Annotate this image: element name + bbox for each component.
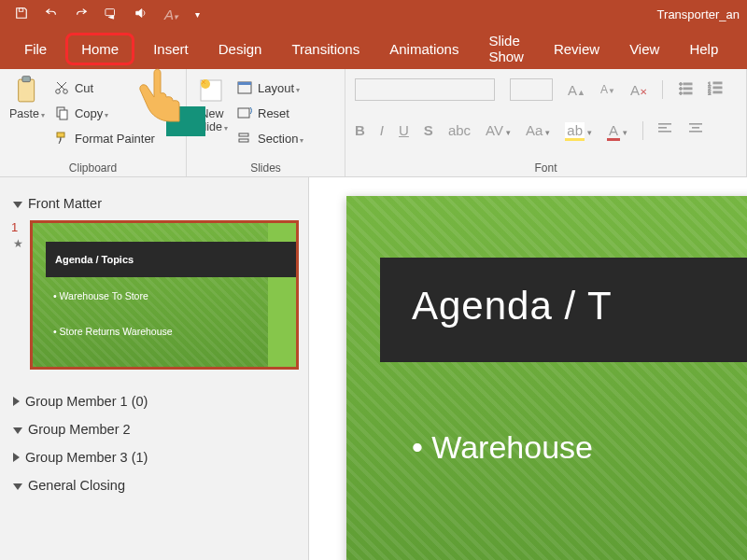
format-painter-button[interactable]: Format Painter [54, 127, 155, 149]
group-label-font: Font [355, 160, 737, 175]
thumb-title: Agenda / Topics [46, 242, 296, 277]
slide-thumbnail-row: 1 ★ Agenda / Topics • Warehouse To Store… [11, 220, 299, 370]
save-icon[interactable] [15, 7, 28, 22]
strikethrough-button[interactable]: abc [448, 122, 471, 138]
ribbon-tabs: File Home Insert Design Transitions Anim… [0, 28, 747, 69]
section-label: Front Matter [28, 196, 102, 211]
section-label: Section [258, 132, 303, 146]
font-size-combo[interactable] [510, 78, 553, 101]
svg-rect-33 [689, 131, 702, 133]
tab-insert[interactable]: Insert [138, 32, 204, 66]
layout-button[interactable]: Layout [237, 77, 303, 99]
highlight-button[interactable]: ab [565, 122, 592, 138]
svg-rect-7 [60, 110, 67, 119]
tab-animations[interactable]: Animations [374, 32, 473, 66]
section-label: Group Member 3 (1) [25, 450, 148, 465]
paste-label: Paste [9, 108, 45, 121]
group-slides: NewSlide Layout Reset Section Slides [187, 69, 345, 176]
font-family-combo[interactable] [355, 78, 495, 101]
char-spacing-button[interactable]: AV [486, 122, 511, 138]
cut-label: Cut [75, 81, 93, 95]
svg-rect-29 [658, 127, 667, 129]
font-clear-icon[interactable]: A▾ [164, 7, 178, 22]
slide-title[interactable]: Agenda / T [380, 258, 747, 362]
svg-rect-15 [239, 139, 248, 142]
section-group3[interactable]: Group Member 3 (1) [11, 444, 299, 470]
tab-design[interactable]: Design [204, 32, 277, 66]
tab-home[interactable]: Home [65, 33, 134, 65]
svg-point-4 [56, 90, 61, 94]
tab-review[interactable]: Review [539, 32, 614, 66]
decrease-font-icon[interactable]: A▼ [600, 83, 615, 96]
svg-point-20 [679, 92, 682, 95]
svg-rect-17 [684, 83, 692, 85]
collapse-icon[interactable] [13, 427, 22, 434]
cut-button[interactable]: Cut [54, 77, 155, 99]
increase-font-icon[interactable]: A▲ [568, 82, 585, 98]
svg-rect-14 [239, 133, 248, 136]
svg-rect-2 [19, 79, 35, 102]
format-painter-label: Format Painter [75, 132, 155, 146]
section-front-matter[interactable]: Front Matter [11, 190, 299, 217]
numbering-icon[interactable]: 123 [708, 80, 723, 99]
start-from-beginning-icon[interactable] [105, 7, 118, 22]
section-group1[interactable]: Group Member 1 (0) [11, 388, 299, 414]
tab-slideshow[interactable]: Slide Show [473, 23, 539, 74]
group-clipboard: Paste Cut Copy Format Painter Clipboard [0, 69, 187, 176]
bullets-icon[interactable] [678, 80, 693, 99]
align-center-icon[interactable] [688, 122, 703, 138]
section-label: Group Member 2 [28, 422, 131, 437]
section-group2[interactable]: Group Member 2 [11, 416, 299, 442]
svg-text:3: 3 [708, 91, 712, 95]
tab-view[interactable]: View [614, 32, 674, 66]
clear-formatting-icon[interactable]: A✕ [630, 82, 647, 98]
shadow-button[interactable]: S [424, 122, 433, 138]
volume-icon[interactable] [134, 7, 148, 22]
section-label: Group Member 1 (0) [25, 394, 148, 409]
qat-more-icon[interactable]: ▾ [195, 9, 200, 20]
outline-pane[interactable]: Front Matter 1 ★ Agenda / Topics • Wareh… [0, 177, 309, 560]
workspace: Front Matter 1 ★ Agenda / Topics • Wareh… [0, 177, 747, 560]
section-button[interactable]: Section [237, 127, 303, 149]
document-title: Transporter_an [657, 7, 740, 21]
svg-rect-1 [106, 8, 115, 15]
change-case-button[interactable]: Aa [526, 122, 550, 138]
tab-file[interactable]: File [9, 32, 62, 66]
svg-rect-13 [238, 108, 249, 118]
slide-thumbnail[interactable]: Agenda / Topics • Warehouse To Store • S… [30, 220, 299, 370]
thumb-bullet: • Store Returns Warehouse [53, 326, 173, 337]
copy-label: Copy [75, 106, 108, 120]
align-left-icon[interactable] [658, 122, 673, 138]
tab-help[interactable]: Help [674, 32, 733, 66]
expand-icon[interactable] [13, 397, 20, 406]
svg-rect-19 [684, 88, 692, 90]
copy-button[interactable]: Copy [54, 102, 155, 124]
slide-canvas-area[interactable]: Agenda / T • Warehouse [309, 177, 747, 560]
tab-acrobat[interactable]: Ac [733, 32, 747, 66]
svg-rect-23 [713, 82, 722, 84]
underline-button[interactable]: U [399, 122, 409, 138]
svg-rect-28 [658, 123, 671, 125]
expand-icon[interactable] [13, 453, 20, 462]
bold-button[interactable]: B [355, 122, 365, 138]
redo-icon[interactable] [75, 7, 88, 22]
italic-button[interactable]: I [380, 122, 384, 138]
ribbon: Paste Cut Copy Format Painter Clipboard [0, 69, 747, 177]
font-color-button[interactable]: A [607, 122, 627, 138]
svg-rect-32 [692, 127, 699, 129]
collapse-icon[interactable] [13, 483, 22, 490]
tab-transitions[interactable]: Transitions [276, 32, 374, 66]
group-label-clipboard: Clipboard [9, 160, 176, 175]
slide[interactable]: Agenda / T • Warehouse [346, 196, 747, 560]
paste-button[interactable]: Paste [9, 75, 45, 121]
undo-icon[interactable] [45, 7, 58, 22]
new-slide-button[interactable]: NewSlide [196, 75, 228, 134]
reset-button[interactable]: Reset [237, 102, 303, 124]
collapse-icon[interactable] [13, 202, 22, 208]
thumb-bullet: • Warehouse To Store [53, 290, 148, 301]
slide-bullet[interactable]: • Warehouse [412, 429, 593, 466]
animation-star-icon: ★ [13, 238, 23, 249]
svg-rect-3 [22, 77, 31, 82]
layout-label: Layout [258, 81, 300, 95]
section-closing[interactable]: General Closing [11, 472, 299, 498]
